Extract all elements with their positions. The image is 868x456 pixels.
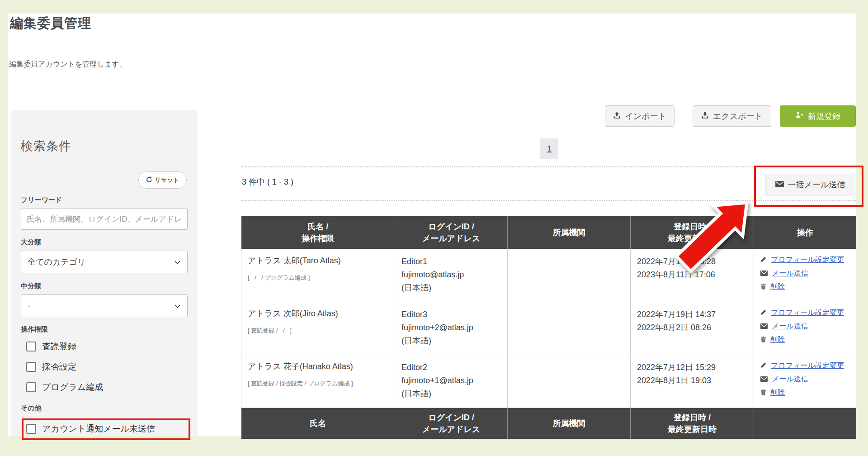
upload-icon bbox=[613, 111, 621, 121]
col-header-dates: 登録日時 /最終更新日時 bbox=[631, 216, 754, 249]
trash-icon bbox=[760, 282, 766, 292]
table-header-row: 氏名 /操作権限 ログインID /メールアドレス 所属機関 登録日時 /最終更新… bbox=[241, 216, 856, 249]
col-footer-dates: 登録日時 /最終更新日時 bbox=[631, 408, 754, 439]
import-label: インポート bbox=[625, 111, 666, 122]
profile-settings-link[interactable]: プロフィール設定変更 bbox=[771, 361, 844, 370]
member-name: アトラス 太郎(Taro Atlas) bbox=[248, 255, 388, 266]
import-button[interactable]: インポート bbox=[605, 105, 675, 127]
table-row: アトラス 次郎(Jiro Atlas) [ 査読登録 / - / - ] Edi… bbox=[241, 302, 856, 355]
reset-button[interactable]: リセット bbox=[138, 171, 187, 189]
account-mail-unsent-checkbox[interactable] bbox=[26, 424, 36, 434]
delete-link[interactable]: 削除 bbox=[770, 282, 785, 292]
cell-dates: 2022年7月12日 15:28 2023年8月11日 17:06 bbox=[631, 249, 754, 302]
checkbox-acceptance-setting[interactable]: 採否設定 bbox=[26, 361, 76, 373]
checkbox-label: アカウント通知メール未送信 bbox=[42, 423, 155, 435]
updated-at: 2022年8月1日 19:03 bbox=[637, 374, 747, 387]
cell-actions: プロフィール設定変更 メール送信 削除 bbox=[754, 355, 856, 408]
pagination: 1 bbox=[540, 138, 558, 159]
subcategory-selected-value: - bbox=[28, 301, 30, 311]
profile-settings-link[interactable]: プロフィール設定変更 bbox=[771, 255, 844, 265]
checkbox-review-registration[interactable]: 査読登録 bbox=[26, 341, 76, 352]
page-subtitle: 編集委員アカウントを管理します。 bbox=[9, 60, 126, 69]
permission-label: 操作権限 bbox=[21, 325, 48, 334]
checkbox-label: 採否設定 bbox=[42, 361, 76, 373]
program-organization-checkbox[interactable] bbox=[26, 382, 36, 392]
refresh-icon bbox=[146, 176, 152, 184]
checkbox-program-organization[interactable]: プログラム編成 bbox=[26, 381, 103, 393]
registered-at: 2022年7月12日 15:28 bbox=[637, 255, 747, 268]
cell-affiliation bbox=[508, 302, 631, 355]
page-title: 編集委員管理 bbox=[10, 14, 91, 33]
cell-login: Editor3 fujimoto+2@atlas.jp (日本語) bbox=[395, 302, 508, 355]
login-id: Editor1 bbox=[401, 255, 501, 268]
login-id: Editor2 bbox=[401, 361, 501, 374]
email: fujimoto+1@atlas.jp bbox=[401, 374, 501, 387]
cell-dates: 2022年7月12日 15:29 2022年8月1日 19:03 bbox=[631, 355, 754, 408]
member-name: アトラス 花子(Hanako Atlas) bbox=[248, 361, 388, 372]
table-row: アトラス 花子(Hanako Atlas) [ 査読登録 / 採否設定 / プロ… bbox=[241, 355, 856, 408]
envelope-icon bbox=[760, 269, 768, 278]
member-table: 氏名 /操作権限 ログインID /メールアドレス 所属機関 登録日時 /最終更新… bbox=[241, 216, 856, 439]
col-footer-actions bbox=[754, 408, 856, 439]
freeword-input[interactable] bbox=[21, 209, 188, 230]
cell-actions: プロフィール設定変更 メール送信 削除 bbox=[754, 302, 856, 355]
freeword-label: フリーワード bbox=[21, 196, 62, 204]
send-mail-link[interactable]: メール送信 bbox=[772, 269, 808, 278]
other-label: その他 bbox=[21, 404, 42, 413]
pencil-icon bbox=[760, 255, 767, 265]
pencil-icon bbox=[760, 361, 767, 370]
member-permissions: [ 査読登録 / - / - ] bbox=[248, 327, 388, 335]
dotted-divider-bottom bbox=[241, 200, 856, 201]
col-footer-login: ログインID /メールアドレス bbox=[395, 408, 508, 439]
cell-name: アトラス 花子(Hanako Atlas) [ 査読登録 / 採否設定 / プロ… bbox=[241, 355, 395, 408]
envelope-icon bbox=[775, 180, 784, 190]
reset-label: リセット bbox=[155, 176, 179, 184]
col-header-name: 氏名 /操作権限 bbox=[241, 216, 395, 249]
chevron-down-icon bbox=[174, 257, 181, 267]
export-button[interactable]: エクスポート bbox=[693, 105, 771, 127]
delete-link[interactable]: 削除 bbox=[770, 388, 785, 398]
col-header-login: ログインID /メールアドレス bbox=[395, 216, 508, 249]
cell-actions: プロフィール設定変更 メール送信 削除 bbox=[754, 249, 856, 302]
search-heading: 検索条件 bbox=[21, 138, 71, 154]
export-label: エクスポート bbox=[713, 111, 763, 122]
envelope-icon bbox=[760, 322, 768, 331]
category-select[interactable]: 全てのカテゴリ bbox=[21, 251, 188, 273]
category-selected-value: 全てのカテゴリ bbox=[28, 256, 86, 267]
language: (日本語) bbox=[401, 334, 501, 347]
profile-settings-link[interactable]: プロフィール設定変更 bbox=[771, 308, 844, 318]
bulk-mail-button[interactable]: 一括メール送信 bbox=[765, 174, 855, 195]
checkbox-account-mail-unsent[interactable]: アカウント通知メール未送信 bbox=[26, 423, 155, 435]
cell-name: アトラス 次郎(Jiro Atlas) [ 査読登録 / - / - ] bbox=[241, 302, 395, 355]
delete-link[interactable]: 削除 bbox=[770, 335, 785, 345]
bulk-mail-label: 一括メール送信 bbox=[788, 179, 845, 190]
register-button[interactable]: 新規登録 bbox=[780, 105, 856, 127]
search-panel: 検索条件 リセット フリーワード 大分類 全てのカテゴリ 中分類 - 操作権限 bbox=[11, 110, 198, 436]
updated-at: 2022年8月2日 08:26 bbox=[637, 321, 747, 334]
send-mail-link[interactable]: メール送信 bbox=[772, 375, 808, 384]
envelope-icon bbox=[760, 375, 768, 384]
pagination-page-1[interactable]: 1 bbox=[547, 144, 552, 154]
registered-at: 2022年7月12日 15:29 bbox=[637, 361, 747, 374]
checkbox-label: 査読登録 bbox=[42, 341, 76, 352]
col-footer-affiliation: 所属機関 bbox=[508, 408, 631, 439]
category-label: 大分類 bbox=[21, 238, 41, 247]
table-row: アトラス 太郎(Taro Atlas) [ - / - / プログラム編成 ] … bbox=[241, 249, 856, 302]
col-footer-name: 氏名 bbox=[241, 408, 395, 439]
pencil-icon bbox=[760, 308, 767, 318]
user-plus-icon bbox=[795, 111, 804, 121]
subcategory-select[interactable]: - bbox=[21, 294, 188, 317]
updated-at: 2023年8月11日 17:06 bbox=[637, 268, 747, 281]
review-registration-checkbox[interactable] bbox=[26, 342, 36, 352]
col-header-affiliation: 所属機関 bbox=[508, 216, 631, 249]
member-permissions: [ 査読登録 / 採否設定 / プログラム編成 ] bbox=[248, 380, 388, 388]
acceptance-setting-checkbox[interactable] bbox=[26, 362, 36, 372]
main-content: 編集委員管理 編集委員アカウントを管理します。 検索条件 リセット フリーワード… bbox=[8, 14, 856, 436]
table-footer-header-row: 氏名 ログインID /メールアドレス 所属機関 登録日時 /最終更新日時 bbox=[241, 408, 856, 439]
send-mail-link[interactable]: メール送信 bbox=[772, 322, 808, 331]
trash-icon bbox=[760, 388, 766, 398]
cell-login: Editor1 fujimoto@atlas.jp (日本語) bbox=[395, 249, 508, 302]
download-icon bbox=[701, 111, 709, 121]
trash-icon bbox=[760, 335, 766, 345]
member-name: アトラス 次郎(Jiro Atlas) bbox=[248, 308, 388, 319]
